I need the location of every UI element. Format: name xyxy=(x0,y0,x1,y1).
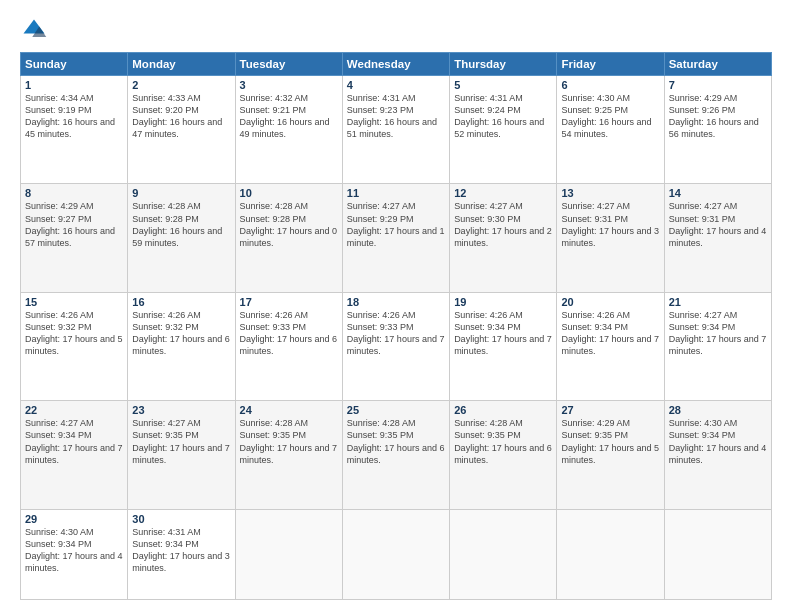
calendar-cell xyxy=(235,509,342,599)
day-info: Sunrise: 4:27 AMSunset: 9:30 PMDaylight:… xyxy=(454,200,552,249)
day-info: Sunrise: 4:31 AMSunset: 9:23 PMDaylight:… xyxy=(347,92,445,141)
day-number: 8 xyxy=(25,187,123,199)
day-info: Sunrise: 4:27 AMSunset: 9:35 PMDaylight:… xyxy=(132,417,230,466)
day-number: 11 xyxy=(347,187,445,199)
day-info: Sunrise: 4:28 AMSunset: 9:35 PMDaylight:… xyxy=(454,417,552,466)
day-number: 28 xyxy=(669,404,767,416)
day-info: Sunrise: 4:27 AMSunset: 9:34 PMDaylight:… xyxy=(25,417,123,466)
calendar-cell xyxy=(450,509,557,599)
calendar-cell: 29Sunrise: 4:30 AMSunset: 9:34 PMDayligh… xyxy=(21,509,128,599)
col-header-tuesday: Tuesday xyxy=(235,53,342,76)
calendar-cell: 26Sunrise: 4:28 AMSunset: 9:35 PMDayligh… xyxy=(450,401,557,509)
day-info: Sunrise: 4:30 AMSunset: 9:25 PMDaylight:… xyxy=(561,92,659,141)
calendar-week-row: 1Sunrise: 4:34 AMSunset: 9:19 PMDaylight… xyxy=(21,76,772,184)
day-info: Sunrise: 4:28 AMSunset: 9:28 PMDaylight:… xyxy=(240,200,338,249)
calendar-cell: 22Sunrise: 4:27 AMSunset: 9:34 PMDayligh… xyxy=(21,401,128,509)
calendar-cell: 12Sunrise: 4:27 AMSunset: 9:30 PMDayligh… xyxy=(450,184,557,292)
day-number: 10 xyxy=(240,187,338,199)
calendar-cell: 18Sunrise: 4:26 AMSunset: 9:33 PMDayligh… xyxy=(342,292,449,400)
calendar-cell: 7Sunrise: 4:29 AMSunset: 9:26 PMDaylight… xyxy=(664,76,771,184)
calendar-cell: 20Sunrise: 4:26 AMSunset: 9:34 PMDayligh… xyxy=(557,292,664,400)
day-info: Sunrise: 4:28 AMSunset: 9:28 PMDaylight:… xyxy=(132,200,230,249)
calendar-week-row: 29Sunrise: 4:30 AMSunset: 9:34 PMDayligh… xyxy=(21,509,772,599)
day-info: Sunrise: 4:30 AMSunset: 9:34 PMDaylight:… xyxy=(25,526,123,575)
col-header-sunday: Sunday xyxy=(21,53,128,76)
calendar-cell: 16Sunrise: 4:26 AMSunset: 9:32 PMDayligh… xyxy=(128,292,235,400)
col-header-thursday: Thursday xyxy=(450,53,557,76)
calendar-cell xyxy=(664,509,771,599)
day-info: Sunrise: 4:26 AMSunset: 9:32 PMDaylight:… xyxy=(132,309,230,358)
day-number: 18 xyxy=(347,296,445,308)
day-number: 25 xyxy=(347,404,445,416)
day-number: 29 xyxy=(25,513,123,525)
day-number: 9 xyxy=(132,187,230,199)
calendar-cell: 8Sunrise: 4:29 AMSunset: 9:27 PMDaylight… xyxy=(21,184,128,292)
calendar-cell: 10Sunrise: 4:28 AMSunset: 9:28 PMDayligh… xyxy=(235,184,342,292)
day-number: 2 xyxy=(132,79,230,91)
calendar-cell: 6Sunrise: 4:30 AMSunset: 9:25 PMDaylight… xyxy=(557,76,664,184)
calendar-cell: 28Sunrise: 4:30 AMSunset: 9:34 PMDayligh… xyxy=(664,401,771,509)
day-number: 19 xyxy=(454,296,552,308)
day-number: 27 xyxy=(561,404,659,416)
logo-icon xyxy=(20,16,48,44)
day-info: Sunrise: 4:26 AMSunset: 9:34 PMDaylight:… xyxy=(561,309,659,358)
day-number: 21 xyxy=(669,296,767,308)
calendar-week-row: 8Sunrise: 4:29 AMSunset: 9:27 PMDaylight… xyxy=(21,184,772,292)
calendar-week-row: 15Sunrise: 4:26 AMSunset: 9:32 PMDayligh… xyxy=(21,292,772,400)
col-header-saturday: Saturday xyxy=(664,53,771,76)
calendar-cell: 4Sunrise: 4:31 AMSunset: 9:23 PMDaylight… xyxy=(342,76,449,184)
calendar-cell: 1Sunrise: 4:34 AMSunset: 9:19 PMDaylight… xyxy=(21,76,128,184)
calendar-cell: 27Sunrise: 4:29 AMSunset: 9:35 PMDayligh… xyxy=(557,401,664,509)
day-info: Sunrise: 4:32 AMSunset: 9:21 PMDaylight:… xyxy=(240,92,338,141)
calendar-cell: 2Sunrise: 4:33 AMSunset: 9:20 PMDaylight… xyxy=(128,76,235,184)
page: SundayMondayTuesdayWednesdayThursdayFrid… xyxy=(0,0,792,612)
day-info: Sunrise: 4:33 AMSunset: 9:20 PMDaylight:… xyxy=(132,92,230,141)
calendar-cell: 13Sunrise: 4:27 AMSunset: 9:31 PMDayligh… xyxy=(557,184,664,292)
calendar-cell: 9Sunrise: 4:28 AMSunset: 9:28 PMDaylight… xyxy=(128,184,235,292)
day-number: 12 xyxy=(454,187,552,199)
day-info: Sunrise: 4:27 AMSunset: 9:29 PMDaylight:… xyxy=(347,200,445,249)
calendar-cell: 21Sunrise: 4:27 AMSunset: 9:34 PMDayligh… xyxy=(664,292,771,400)
calendar-cell: 15Sunrise: 4:26 AMSunset: 9:32 PMDayligh… xyxy=(21,292,128,400)
day-number: 5 xyxy=(454,79,552,91)
col-header-monday: Monday xyxy=(128,53,235,76)
day-info: Sunrise: 4:29 AMSunset: 9:27 PMDaylight:… xyxy=(25,200,123,249)
calendar-cell xyxy=(557,509,664,599)
col-header-friday: Friday xyxy=(557,53,664,76)
day-info: Sunrise: 4:27 AMSunset: 9:31 PMDaylight:… xyxy=(669,200,767,249)
day-info: Sunrise: 4:27 AMSunset: 9:31 PMDaylight:… xyxy=(561,200,659,249)
calendar-cell xyxy=(342,509,449,599)
calendar-header-row: SundayMondayTuesdayWednesdayThursdayFrid… xyxy=(21,53,772,76)
day-info: Sunrise: 4:26 AMSunset: 9:32 PMDaylight:… xyxy=(25,309,123,358)
day-number: 14 xyxy=(669,187,767,199)
calendar-table: SundayMondayTuesdayWednesdayThursdayFrid… xyxy=(20,52,772,600)
day-info: Sunrise: 4:29 AMSunset: 9:26 PMDaylight:… xyxy=(669,92,767,141)
day-info: Sunrise: 4:28 AMSunset: 9:35 PMDaylight:… xyxy=(347,417,445,466)
day-number: 23 xyxy=(132,404,230,416)
calendar-cell: 3Sunrise: 4:32 AMSunset: 9:21 PMDaylight… xyxy=(235,76,342,184)
day-number: 24 xyxy=(240,404,338,416)
calendar-week-row: 22Sunrise: 4:27 AMSunset: 9:34 PMDayligh… xyxy=(21,401,772,509)
day-number: 22 xyxy=(25,404,123,416)
day-number: 17 xyxy=(240,296,338,308)
day-number: 1 xyxy=(25,79,123,91)
day-number: 6 xyxy=(561,79,659,91)
calendar-cell: 24Sunrise: 4:28 AMSunset: 9:35 PMDayligh… xyxy=(235,401,342,509)
day-info: Sunrise: 4:34 AMSunset: 9:19 PMDaylight:… xyxy=(25,92,123,141)
day-info: Sunrise: 4:26 AMSunset: 9:33 PMDaylight:… xyxy=(240,309,338,358)
day-number: 20 xyxy=(561,296,659,308)
day-info: Sunrise: 4:27 AMSunset: 9:34 PMDaylight:… xyxy=(669,309,767,358)
calendar-cell: 5Sunrise: 4:31 AMSunset: 9:24 PMDaylight… xyxy=(450,76,557,184)
day-info: Sunrise: 4:28 AMSunset: 9:35 PMDaylight:… xyxy=(240,417,338,466)
day-number: 16 xyxy=(132,296,230,308)
calendar-cell: 25Sunrise: 4:28 AMSunset: 9:35 PMDayligh… xyxy=(342,401,449,509)
day-number: 15 xyxy=(25,296,123,308)
day-info: Sunrise: 4:31 AMSunset: 9:34 PMDaylight:… xyxy=(132,526,230,575)
calendar-cell: 17Sunrise: 4:26 AMSunset: 9:33 PMDayligh… xyxy=(235,292,342,400)
calendar-cell: 11Sunrise: 4:27 AMSunset: 9:29 PMDayligh… xyxy=(342,184,449,292)
day-info: Sunrise: 4:29 AMSunset: 9:35 PMDaylight:… xyxy=(561,417,659,466)
calendar-cell: 30Sunrise: 4:31 AMSunset: 9:34 PMDayligh… xyxy=(128,509,235,599)
calendar-cell: 23Sunrise: 4:27 AMSunset: 9:35 PMDayligh… xyxy=(128,401,235,509)
day-info: Sunrise: 4:26 AMSunset: 9:33 PMDaylight:… xyxy=(347,309,445,358)
calendar-cell: 14Sunrise: 4:27 AMSunset: 9:31 PMDayligh… xyxy=(664,184,771,292)
